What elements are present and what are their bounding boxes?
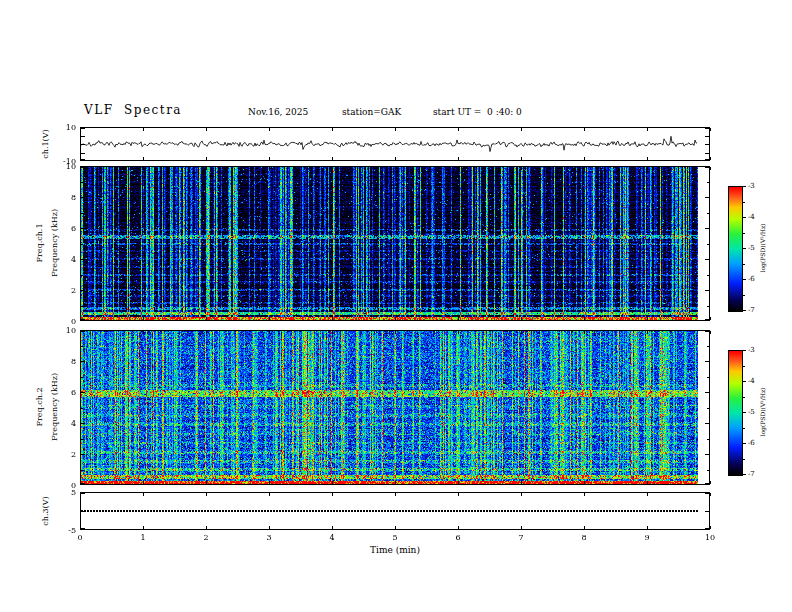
tick-mark (81, 454, 85, 455)
tick-mark (81, 423, 85, 424)
tick-mark (269, 493, 270, 496)
tick-mark (743, 279, 746, 280)
tick-mark (647, 481, 648, 484)
tick-mark (743, 443, 746, 444)
tick-mark (707, 244, 709, 245)
x-tick-label: 10 (699, 533, 721, 542)
y-tick-label: 4 (46, 419, 76, 428)
tick-mark (705, 144, 709, 145)
tick-mark (705, 167, 709, 168)
start-ut-label: start UT = 0 :40: 0 (433, 107, 522, 117)
colorbar-tick-label: -3 (748, 182, 755, 190)
tick-mark (332, 526, 333, 529)
tick-mark (707, 439, 709, 440)
tick-mark (206, 317, 207, 320)
tick-mark (81, 392, 85, 393)
tick-mark (707, 213, 709, 214)
tick-mark (705, 528, 709, 529)
ch1-spectrogram-panel (80, 166, 710, 321)
colorbar-tick-label: -4 (748, 213, 755, 221)
y-tick-label: 6 (46, 388, 76, 397)
y-tick-label: 5 (46, 488, 76, 497)
x-tick-label: 1 (132, 533, 154, 542)
tick-mark (395, 317, 396, 320)
tick-mark (705, 319, 709, 320)
tick-mark (269, 317, 270, 320)
tick-mark (81, 377, 83, 378)
tick-mark (81, 483, 85, 484)
tick-mark (81, 346, 83, 347)
ch1-waveform-panel (80, 127, 710, 161)
tick-mark (458, 167, 459, 170)
tick-mark (206, 526, 207, 529)
tick-mark (710, 481, 711, 484)
tick-mark (705, 228, 709, 229)
tick-mark (707, 346, 709, 347)
y-tick-label: 8 (46, 357, 76, 366)
tick-mark (521, 526, 522, 529)
colorbar-tick-label: -3 (748, 346, 755, 354)
tick-mark (705, 153, 709, 154)
tick-mark (521, 481, 522, 484)
tick-mark (584, 481, 585, 484)
tick-mark (81, 528, 85, 529)
tick-mark (521, 317, 522, 320)
tick-mark (81, 197, 85, 198)
tick-mark (143, 526, 144, 529)
tick-mark (269, 167, 270, 170)
tick-mark (269, 481, 270, 484)
vlf-spectra-figure: VLF Spectra Nov.16, 2025 station=GAK sta… (0, 0, 792, 612)
tick-mark (81, 275, 83, 276)
tick-mark (143, 128, 144, 131)
tick-mark (743, 264, 745, 265)
ch1-colorbar-canvas (729, 187, 742, 311)
tick-mark (705, 290, 709, 291)
tick-mark (705, 331, 709, 332)
tick-mark (584, 526, 585, 529)
tick-mark (707, 377, 709, 378)
tick-mark (710, 331, 711, 334)
x-tick-label: 4 (321, 533, 343, 542)
tick-mark (647, 493, 648, 496)
tick-mark (647, 157, 648, 160)
tick-mark (584, 128, 585, 131)
tick-mark (743, 233, 745, 234)
tick-mark (707, 182, 709, 183)
tick-mark (269, 128, 270, 131)
ch1-frequency-axis-label: Frequency (kHz) (50, 198, 60, 288)
colorbar-tick-label: -7 (748, 470, 755, 478)
tick-mark (206, 167, 207, 170)
ch2-freq-channel-label: Freq.ch.2 (35, 377, 45, 437)
tick-mark (647, 167, 648, 170)
y-tick-label: 8 (46, 193, 76, 202)
tick-mark (710, 167, 711, 170)
tick-mark (584, 493, 585, 496)
tick-mark (707, 275, 709, 276)
x-tick-label: 9 (636, 533, 658, 542)
x-tick-label: 2 (195, 533, 217, 542)
tick-mark (707, 408, 709, 409)
ch1-freq-channel-label: Freq.ch.1 (35, 213, 45, 273)
tick-mark (332, 128, 333, 131)
tick-mark (395, 526, 396, 529)
tick-mark (647, 331, 648, 334)
y-tick-label: 4 (46, 255, 76, 264)
ch2-colorbar-canvas (729, 351, 742, 475)
tick-mark (458, 526, 459, 529)
tick-mark (705, 361, 709, 362)
y-tick-label: 10 (46, 162, 76, 171)
tick-mark (458, 128, 459, 131)
tick-mark (81, 144, 85, 145)
tick-mark (81, 159, 85, 160)
tick-mark (707, 306, 709, 307)
x-tick-label: 6 (447, 533, 469, 542)
colorbar-tick-label: -5 (748, 244, 755, 252)
tick-mark (705, 511, 709, 512)
tick-mark (521, 157, 522, 160)
time-axis-label: Time (min) (355, 545, 435, 555)
tick-mark (743, 350, 746, 351)
station-label: station=GAK (342, 107, 401, 117)
ch1-colorbar (728, 186, 743, 312)
tick-mark (743, 295, 745, 296)
tick-mark (395, 128, 396, 131)
